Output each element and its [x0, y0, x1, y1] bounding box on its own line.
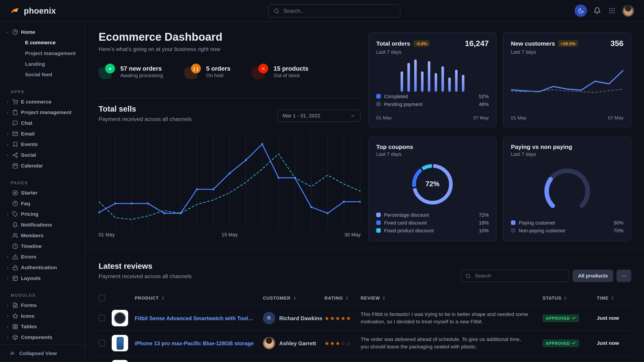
sidebar-item-e-commerce[interactable]: E commerce [0, 96, 84, 107]
sidebar-item-errors[interactable]: Errors [0, 252, 84, 262]
sort-icon[interactable] [292, 296, 297, 300]
sidebar-subitem-e-commerce[interactable]: E commerce [0, 37, 84, 48]
axis-label: 15 May [222, 232, 238, 238]
sidebar-item-social[interactable]: Social [0, 150, 84, 161]
sidebar-section-modules: MODULES [0, 290, 84, 300]
search-input[interactable] [282, 7, 395, 14]
users-icon [12, 233, 18, 239]
sidebar-item-timeline[interactable]: Timeline [0, 241, 84, 252]
mail-icon [12, 131, 18, 137]
legend-swatch [376, 228, 381, 233]
legend-swatch [511, 228, 515, 233]
column-header-customer[interactable]: CUSTOMER [263, 296, 324, 301]
sort-icon[interactable] [344, 296, 349, 300]
stat-caption: Awating processing [120, 72, 163, 78]
column-header-status[interactable]: STATUS [543, 296, 597, 301]
customer-name: Richard Dawkins [279, 315, 322, 321]
sidebar-item-members[interactable]: Members [0, 230, 84, 241]
total-sells-header: Total sells Payment received across all … [99, 105, 192, 122]
chevron-right-icon [6, 335, 10, 339]
sidebar-item-events[interactable]: Events [0, 139, 84, 150]
rating-stars: ★★★☆☆ [324, 340, 361, 346]
card-value: 16,247 [465, 39, 489, 48]
row-checkbox[interactable] [99, 340, 105, 346]
sidebar-subitem-project-management[interactable]: Project management [0, 48, 84, 59]
sidebar-item-project-management[interactable]: Project management [0, 107, 84, 118]
chevron-right-icon [6, 266, 10, 269]
sidebar-item-faq[interactable]: Faq [0, 198, 84, 209]
legend-item-non-paying-customer: Non-paying customer70% [511, 227, 624, 234]
tag-icon [12, 211, 18, 217]
product-link[interactable]: Fitbit Sense Advanced Smartwatch with To… [135, 315, 255, 321]
sidebar-item-notifications[interactable]: Notifications [0, 220, 84, 230]
sidebar-item-layouts[interactable]: Layouts [0, 273, 84, 284]
main-content: Ecommerce Dashboard Here's what's going … [85, 22, 644, 362]
sidebar-item-icons[interactable]: Icons [0, 311, 84, 321]
package-icon [12, 335, 18, 340]
reviews-search-input[interactable] [474, 273, 565, 279]
sidebar-item-components[interactable]: Components [0, 332, 84, 343]
sidebar-section-pages: PAGES [0, 178, 84, 188]
reviews-search[interactable] [461, 270, 570, 282]
chevron-right-icon [6, 276, 10, 280]
file-text-icon [12, 303, 18, 308]
sidebar-item-email[interactable]: Email [0, 128, 84, 139]
moon-icon [578, 7, 584, 14]
sidebar-subitem-landing[interactable]: Landing [0, 58, 84, 69]
review-text: This Fitbit is fantastic! I was trying t… [361, 311, 543, 326]
legend-swatch [376, 94, 381, 98]
chevron-right-icon [6, 212, 10, 216]
user-avatar[interactable] [622, 5, 634, 16]
apps-button[interactable] [608, 6, 616, 15]
theme-toggle-button[interactable] [575, 4, 587, 17]
all-products-button[interactable]: All products [572, 270, 613, 282]
paying-gauge-chart [536, 165, 598, 211]
row-checkbox[interactable] [99, 315, 105, 321]
chevron-right-icon [6, 304, 10, 307]
sort-icon[interactable] [610, 296, 615, 300]
sidebar-item-pricing[interactable]: Pricing [0, 209, 84, 220]
sidebar-item-starter[interactable]: Starter [0, 188, 84, 198]
sidebar-item-forms[interactable]: Forms [0, 300, 84, 311]
sidebar-item-calendar[interactable]: Calendar [0, 161, 84, 171]
sort-icon[interactable] [160, 296, 165, 300]
total-sells-title: Total sells [99, 105, 192, 114]
cart-icon [12, 99, 18, 105]
legend-swatch [376, 102, 381, 106]
sort-icon[interactable] [382, 296, 386, 300]
axis-label: 01 May [511, 115, 526, 120]
sidebar-item-chat[interactable]: Chat [0, 118, 84, 129]
column-header-product[interactable]: PRODUCT [112, 296, 263, 301]
review-text: The order was delivered ahead of schedul… [361, 336, 543, 351]
select-all-checkbox[interactable] [99, 295, 105, 301]
product-link[interactable]: iPhone 13 pro max-Pacific Blue-128GB sto… [135, 340, 254, 346]
collapsed-view-label: Collapsed View [19, 350, 57, 356]
status-badge: APPROVED [543, 339, 579, 347]
sidebar-item-home[interactable]: Home [0, 27, 84, 37]
product-thumbnail [112, 360, 128, 362]
legend-item-completed: Completed52% [376, 92, 489, 100]
axis-label: 07 May [473, 115, 489, 120]
card-title: Paying vs non paying [511, 144, 572, 150]
column-header-review[interactable]: REVIEW [361, 296, 543, 301]
sidebar-subitem-social-feed[interactable]: Social feed [0, 69, 84, 80]
column-header-rating[interactable]: RATING [324, 296, 361, 301]
table-header-row: PRODUCTCUSTOMERRATINGREVIEWSTATUSTIME [99, 291, 632, 306]
sort-icon[interactable] [563, 296, 568, 300]
collapsed-view-toggle[interactable]: Collapsed View [0, 344, 84, 362]
more-button[interactable] [616, 270, 631, 282]
column-header-time[interactable]: TIME [597, 296, 631, 301]
brand[interactable]: phoenix [10, 5, 56, 16]
total-sells-axis: 01 May 15 May 30 May [99, 232, 361, 238]
sidebar-item-authentication[interactable]: Authentication [0, 262, 84, 273]
date-range-select[interactable]: Mar 1 - 31, 2022 [277, 110, 361, 122]
stat-value: 15 products [274, 65, 308, 71]
topbar-search[interactable] [268, 4, 400, 18]
star-outline-icon [12, 313, 18, 319]
pause-icon: ❙❙ [184, 63, 201, 79]
axis-label: 30 May [344, 232, 360, 238]
reviews-controls: All products [461, 270, 632, 282]
sidebar-item-tables[interactable]: Tables [0, 321, 84, 332]
notifications-button[interactable] [593, 6, 602, 15]
stat-value: 57 new orders [120, 65, 163, 71]
